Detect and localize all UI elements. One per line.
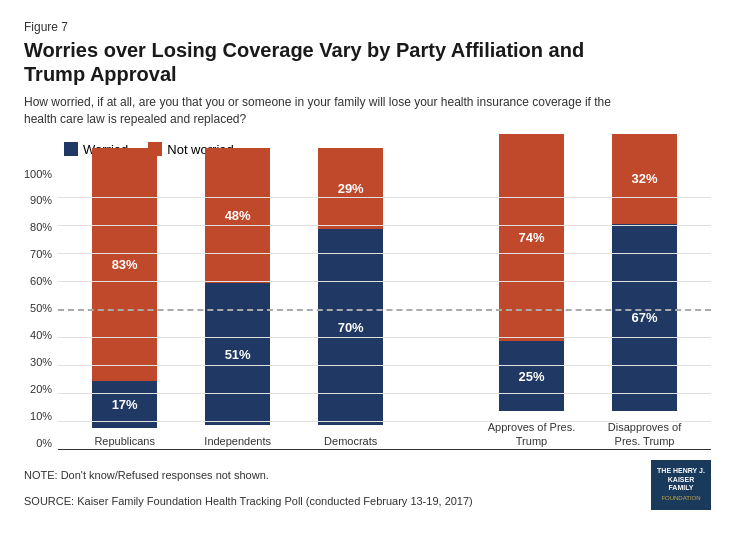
chart-subtitle: How worried, if at all, are you that you… — [24, 94, 644, 128]
fifty-percent-line — [58, 309, 711, 311]
approves-label: Approves of Pres.Trump — [488, 420, 575, 449]
democrats-label: Democrats — [324, 434, 377, 448]
republicans-label: Republicans — [94, 434, 155, 448]
bar-group-independents: 48% 51% Independents — [181, 148, 294, 448]
bars-wrapper: 83% 17% Republicans 48% 51% Independents… — [58, 169, 711, 449]
kaiser-logo: THE HENRY J. KAISER FAMILY FOUNDATION — [651, 460, 711, 510]
y-label-60: 60% — [24, 276, 52, 287]
logo-line3: FOUNDATION — [661, 495, 700, 502]
approves-worried-bar: 25% — [499, 341, 564, 411]
figure-label: Figure 7 — [24, 20, 711, 34]
y-label-10: 10% — [24, 411, 52, 422]
independents-label: Independents — [204, 434, 271, 448]
note-2: SOURCE: Kaiser Family Foundation Health … — [24, 493, 473, 510]
y-label-30: 30% — [24, 357, 52, 368]
independents-not-worried-bar: 48% — [205, 148, 270, 282]
bar-group-approves: 74% 25% Approves of Pres.Trump — [475, 134, 588, 449]
y-label-100: 100% — [24, 169, 52, 180]
bar-group-disapproves: 32% 67% Disapproves ofPres. Trump — [588, 134, 701, 449]
republicans-worried-bar: 17% — [92, 381, 157, 429]
logo-line2: KAISER FAMILY — [655, 476, 707, 493]
disapproves-not-worried-bar: 32% — [612, 134, 677, 224]
democrats-not-worried-bar: 29% — [318, 148, 383, 229]
y-label-50: 50% — [24, 303, 52, 314]
y-label-40: 40% — [24, 330, 52, 341]
bar-group-democrats: 29% 70% Democrats — [294, 148, 407, 448]
chart-title: Worries over Losing Coverage Vary by Par… — [24, 38, 711, 86]
note-1: NOTE: Don't know/Refused responses not s… — [24, 467, 473, 484]
disapproves-label: Disapproves ofPres. Trump — [608, 420, 681, 449]
chart-area: 100% 90% 80% 70% 60% 50% 40% 30% 20% 10%… — [24, 169, 711, 449]
footer: NOTE: Don't know/Refused responses not s… — [24, 457, 711, 510]
democrats-worried-bar: 70% — [318, 229, 383, 425]
gridline-0 — [58, 449, 711, 450]
y-label-70: 70% — [24, 249, 52, 260]
y-label-80: 80% — [24, 222, 52, 233]
notes-area: NOTE: Don't know/Refused responses not s… — [24, 457, 473, 510]
republicans-not-worried-bar: 83% — [92, 148, 157, 380]
independents-worried-bar: 51% — [205, 283, 270, 426]
disapproves-worried-bar: 67% — [612, 224, 677, 412]
y-axis: 100% 90% 80% 70% 60% 50% 40% 30% 20% 10%… — [24, 169, 52, 449]
bar-group-republicans: 83% 17% Republicans — [68, 148, 181, 448]
y-label-0: 0% — [24, 438, 52, 449]
y-label-90: 90% — [24, 195, 52, 206]
logo-line1: THE HENRY J. — [657, 467, 705, 475]
y-label-20: 20% — [24, 384, 52, 395]
